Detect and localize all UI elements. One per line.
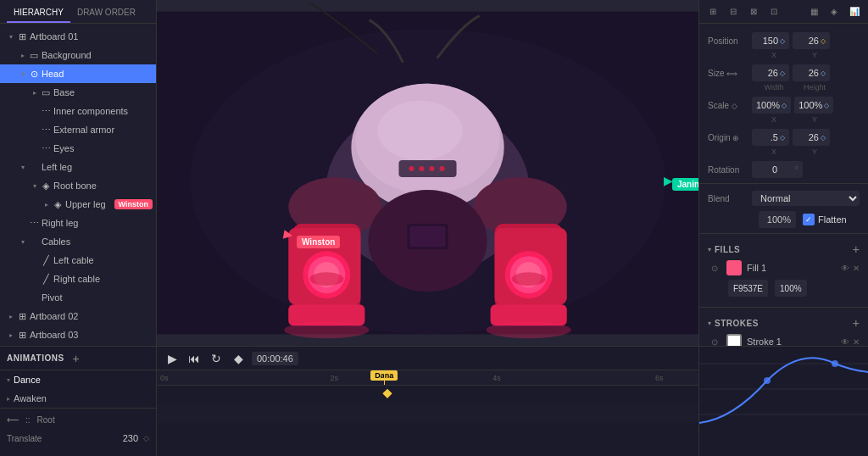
tree-item-inner-components[interactable]: ⋯Inner components	[0, 102, 156, 120]
chevron-closed[interactable]	[19, 51, 27, 59]
root-label: Root	[37, 415, 149, 425]
position-row: Position 150 ◇ 26 ◇	[699, 31, 868, 51]
scale-x-diamond[interactable]: ◇	[782, 102, 787, 109]
toolbar-btn-2[interactable]: ⊟	[725, 3, 742, 20]
anim-item-dance[interactable]: Dance	[0, 370, 156, 389]
tree-item-right-cable[interactable]: ╱Right cable	[0, 270, 156, 288]
anim-dance-chevron	[7, 376, 10, 384]
stroke-del-btn[interactable]: ✕	[853, 337, 860, 347]
scale-y-diamond[interactable]: ◇	[824, 102, 829, 109]
position-x-box[interactable]: 150 ◇	[752, 32, 789, 49]
time-display[interactable]: 00:00:46	[252, 352, 298, 365]
chevron-closed[interactable]	[42, 200, 51, 209]
svg-point-38	[764, 377, 771, 384]
tree-item-external-armor[interactable]: ⋯External armor	[0, 120, 156, 139]
scale-y-val: 100%	[798, 100, 822, 110]
chevron-closed[interactable]	[7, 312, 15, 320]
chevron-closed[interactable]	[31, 88, 39, 97]
toolbar-btn-5[interactable]: ▦	[805, 3, 822, 20]
timeline-ruler: 0s 2s 4s 6s Dana	[157, 370, 698, 386]
size-h-diamond[interactable]: ◇	[821, 70, 826, 77]
anim-item-awaken[interactable]: Awaken	[0, 389, 156, 408]
toolbar-btn-4[interactable]: ⊡	[765, 3, 782, 20]
origin-y-diamond[interactable]: ◇	[821, 134, 826, 142]
scale-row: Scale ◇ 100% ◇ 100% ◇	[699, 95, 868, 115]
tree-item-artboard01[interactable]: ⊞Artboard 01	[0, 27, 156, 46]
fill-adjust-icon[interactable]: ⊙	[708, 261, 721, 275]
position-x-diamond[interactable]: ◇	[780, 37, 785, 45]
rotation-val-box[interactable]: 0 °	[752, 161, 803, 178]
fill-del-btn[interactable]: ✕	[853, 264, 860, 273]
fills-header[interactable]: ▾ FILLS +	[699, 241, 868, 258]
translate-row: ⟵ :: Root	[0, 410, 156, 429]
chevron-open[interactable]	[19, 237, 27, 246]
tree-item-artboard03[interactable]: ⊞Artboard 03	[0, 325, 156, 344]
tab-draw-order[interactable]: DRAW ORDER	[70, 3, 142, 23]
strokes-add-btn[interactable]: +	[853, 317, 860, 329]
tab-hierarchy[interactable]: HIERARCHY	[7, 3, 70, 23]
play-button[interactable]: ▶	[164, 350, 181, 367]
origin-y-box[interactable]: 26 ◇	[793, 129, 830, 146]
chevron-open[interactable]	[19, 163, 27, 171]
chevron-closed[interactable]	[7, 331, 15, 339]
graph-panel	[698, 347, 868, 456]
strokes-header[interactable]: ▾ STROKES +	[699, 314, 868, 331]
stroke-adjust-icon[interactable]: ⊙	[708, 335, 721, 346]
svg-point-18	[309, 272, 343, 286]
fill-swatch-1[interactable]	[726, 260, 742, 275]
badge-upper-leg: Winston	[114, 199, 153, 209]
opacity-box[interactable]: 100%	[759, 211, 796, 228]
origin-x-diamond[interactable]: ◇	[780, 134, 785, 142]
tree-item-base[interactable]: ▭Base	[0, 83, 156, 102]
tree-item-upper-leg[interactable]: ◈Upper legWinston	[0, 195, 156, 214]
size-w-diamond[interactable]: ◇	[780, 70, 785, 77]
animations-add-btn[interactable]: +	[70, 352, 83, 365]
tree-item-pivot[interactable]: Pivot	[0, 288, 156, 307]
scale-x-box[interactable]: 100% ◇	[752, 97, 791, 114]
position-x-val: 150	[756, 36, 778, 46]
double-dots-icon: ::	[25, 415, 31, 425]
canvas-viewport[interactable]: Janine Winston ▶ ▶	[157, 0, 698, 346]
flatten-check[interactable]: ✓ Flatten	[803, 214, 847, 225]
fill-eye-btn[interactable]: 👁	[841, 264, 849, 273]
fill-opacity-1[interactable]: 100%	[775, 280, 807, 297]
origin-x-box[interactable]: .5 ◇	[752, 129, 789, 146]
fills-add-btn[interactable]: +	[853, 243, 860, 255]
tree-item-root-bone[interactable]: ◈Root bone	[0, 176, 156, 195]
fill-hex-1[interactable]: F9537E	[728, 280, 768, 297]
graph-area	[699, 347, 868, 456]
scale-y-box[interactable]: 100% ◇	[794, 97, 833, 114]
tree-item-left-cable[interactable]: ╱Left cable	[0, 251, 156, 270]
loop-button[interactable]: ↻	[208, 350, 225, 367]
toolbar-btn-6[interactable]: ◈	[826, 3, 843, 20]
tree-item-eyes[interactable]: ⋯Eyes	[0, 139, 156, 158]
position-y-diamond[interactable]: ◇	[821, 37, 826, 45]
toolbar-btn-7[interactable]: 📊	[846, 3, 863, 20]
chevron-open[interactable]	[7, 32, 15, 41]
chevron-open[interactable]	[31, 181, 39, 190]
size-w-box[interactable]: 26 ◇	[752, 64, 789, 81]
size-h-box[interactable]: 26 ◇	[793, 64, 830, 81]
position-y-box[interactable]: 26 ◇	[793, 32, 830, 49]
chevron-open[interactable]	[19, 70, 27, 78]
tree-item-cables[interactable]: Cables	[0, 232, 156, 251]
tree-item-head[interactable]: ⊙Head	[0, 64, 156, 83]
size-row: Size ⟺ 26 ◇ 26 ◇	[699, 63, 868, 83]
stroke-swatch-1[interactable]	[726, 334, 742, 346]
tree-item-right-leg[interactable]: ⋯Right leg	[0, 214, 156, 232]
blend-select[interactable]: Normal	[752, 191, 860, 206]
track-row-2	[157, 404, 698, 423]
marker-button[interactable]: ◆	[230, 350, 247, 367]
keyframe-1[interactable]	[383, 389, 392, 398]
toolbar-btn-3[interactable]: ⊠	[745, 3, 762, 20]
tree-item-artboard02[interactable]: ⊞Artboard 02	[0, 307, 156, 325]
toolbar-btn-1[interactable]: ⊞	[704, 3, 721, 20]
prev-button[interactable]: ⏮	[186, 350, 203, 367]
fills-title: FILLS	[715, 245, 853, 254]
flatten-label: Flatten	[818, 214, 847, 225]
item-icon	[29, 292, 39, 303]
translate-diamond[interactable]: ◇	[143, 434, 149, 442]
tree-item-background[interactable]: ▭Background	[0, 46, 156, 64]
tree-item-left-leg[interactable]: Left leg	[0, 158, 156, 176]
stroke-eye-btn[interactable]: 👁	[841, 337, 849, 347]
